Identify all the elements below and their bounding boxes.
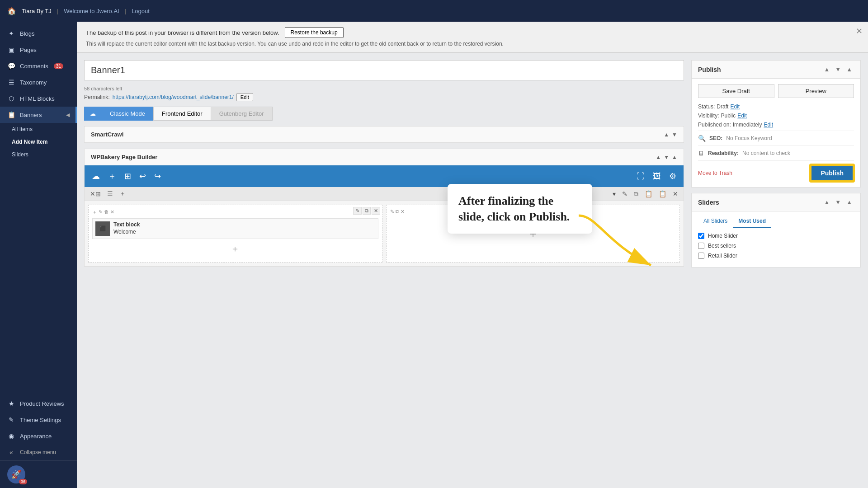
wpb-fullscreen-button[interactable]: ⛶ (635, 170, 646, 183)
status-row: Status: Draft Edit (698, 103, 854, 110)
publish-panel-header: Publish ▲ ▼ ▲ (692, 61, 860, 79)
published-label: Published on: (698, 122, 731, 128)
sidebar-item-comments[interactable]: 💬 Comments 31 (0, 58, 77, 74)
sidebar-item-pages[interactable]: ▣ Pages (0, 42, 77, 58)
product-reviews-icon: ★ (7, 400, 15, 407)
block-copy-button[interactable]: ⧉ (363, 207, 371, 215)
restore-backup-button[interactable]: Restore the backup (285, 27, 344, 38)
wpb-row-add-button[interactable]: ＋ (118, 189, 127, 199)
status-edit-link[interactable]: Edit (730, 103, 740, 110)
close-notice-button[interactable]: ✕ (856, 27, 863, 35)
wpbakery-up-button[interactable]: ▲ (656, 154, 661, 160)
visibility-edit-link[interactable]: Edit (737, 113, 747, 119)
slider-home-label: Home Slider (708, 233, 738, 239)
wpb-image-button[interactable]: 🖼 (651, 170, 663, 183)
wpb-undo-button[interactable]: ↩ (137, 169, 148, 183)
publish-up-button[interactable]: ▲ (822, 65, 831, 74)
sidebar-item-product-reviews[interactable]: ★ Product Reviews (0, 395, 77, 412)
sidebar-item-sliders[interactable]: Sliders (5, 148, 77, 161)
wpbakery-header: WPBakery Page Builder ▲ ▼ ▲ (85, 149, 684, 165)
sliders-up-button[interactable]: ▲ (822, 198, 831, 206)
wpb-settings-button[interactable]: ⚙ (667, 169, 678, 183)
preview-button[interactable]: Preview (778, 84, 854, 98)
wpb-row-edit-button[interactable]: ✎ (620, 189, 629, 198)
slider-best-sellers-label: Best sellers (708, 243, 736, 249)
wpb-row-copy-button[interactable]: ⧉ (632, 189, 640, 199)
wpb-row-select-button[interactable]: ▾ (611, 189, 618, 198)
sidebar-item-theme-settings[interactable]: ✎ Theme Settings (0, 412, 77, 428)
wpb-row-delete-button[interactable]: ✕ (671, 189, 680, 198)
taxonomy-icon: ☰ (7, 79, 15, 86)
post-title-input[interactable] (84, 60, 684, 80)
sidebar-item-blogs[interactable]: ✦ Blogs (0, 25, 77, 42)
sliders-panel-controls: ▲ ▼ ▲ (822, 198, 854, 206)
welcome-link[interactable]: Welcome to Jwero.AI (64, 8, 119, 14)
sliders-label: Sliders (12, 151, 28, 158)
wpb-redo-button[interactable]: ↪ (152, 169, 163, 183)
avatar[interactable]: 🚀 36 (7, 465, 25, 483)
permalink-url[interactable]: https://tiarabytj.com/blog/woodmart_slid… (113, 94, 234, 100)
sidebar-item-collapse[interactable]: « Collapse menu (0, 444, 77, 460)
wpbakery-down-button[interactable]: ▼ (664, 154, 669, 160)
sidebar-item-html-blocks[interactable]: ⬡ HTML Blocks (0, 90, 77, 107)
published-edit-link[interactable]: Edit (764, 122, 773, 128)
wpb-row-paste2-button[interactable]: 📋 (657, 189, 668, 198)
sidebar-item-add-new-item[interactable]: Add New Item (5, 136, 77, 148)
block-delete-button[interactable]: ✕ (372, 207, 380, 215)
wpb-layout-button[interactable]: ⊞ (123, 169, 133, 183)
publish-expand-button[interactable]: ▲ (844, 65, 854, 74)
sidebar-item-banners[interactable]: 📋 Banners ◀ (0, 107, 77, 123)
wpb-add-button[interactable]: ＋ (106, 169, 118, 183)
visibility-value: Public (721, 113, 736, 119)
frontend-editor-button[interactable]: Frontend Editor (153, 107, 211, 121)
sliders-tabs: All Sliders Most Used (692, 211, 860, 228)
block-edit-button[interactable]: ✎ (353, 207, 362, 215)
wpb-col1-add-button[interactable]: ＋ (231, 243, 240, 255)
block-title: Text block (113, 221, 140, 228)
sliders-expand-button[interactable]: ▲ (844, 198, 854, 206)
arrow-graphic (570, 206, 669, 288)
wpb-row-list-button[interactable]: ☰ (105, 189, 115, 198)
collapse-icon: « (7, 449, 15, 456)
sidebar: ✦ Blogs ▣ Pages 💬 Comments 31 ☰ Taxonomy… (0, 22, 77, 488)
wpbakery-label: WPBakery Page Builder (91, 154, 157, 160)
chars-left: 58 characters left (84, 86, 684, 91)
slider-home-checkbox[interactable] (698, 233, 704, 239)
slider-home[interactable]: Home Slider (698, 233, 854, 239)
html-blocks-icon: ⬡ (7, 95, 15, 102)
tab-all-sliders[interactable]: All Sliders (698, 215, 733, 228)
home-icon[interactable]: 🏠 (7, 7, 16, 15)
classic-mode-button[interactable]: Classic Mode (101, 107, 153, 121)
gutenberg-editor-button: Gutenberg Editor (211, 107, 273, 121)
visibility-label: Visibility: (698, 113, 719, 119)
wpb-row-paste-button[interactable]: 📋 (643, 189, 654, 198)
logout-link[interactable]: Logout (132, 8, 150, 14)
sliders-panel: Sliders ▲ ▼ ▲ All Sliders Most Used (691, 193, 861, 267)
cloud-icon-button[interactable]: ☁ (84, 107, 101, 121)
backup-notice-detail: This will replace the current editor con… (86, 41, 859, 47)
slider-best-sellers[interactable]: Best sellers (698, 243, 854, 249)
slider-retail[interactable]: Retail Slider (698, 253, 854, 259)
site-name: Tiara By TJ (22, 8, 52, 14)
tab-most-used[interactable]: Most Used (733, 215, 771, 228)
sidebar-item-appearance[interactable]: ◉ Appearance (0, 428, 77, 444)
wpb-row-move-button[interactable]: ✕⊞ (88, 189, 103, 198)
slider-best-sellers-checkbox[interactable] (698, 243, 704, 249)
wpbakery-expand-button[interactable]: ▲ (672, 154, 677, 160)
publish-button[interactable]: Publish (810, 164, 854, 182)
wpb-cloud-button[interactable]: ☁ (90, 169, 102, 183)
smartcrawl-up-button[interactable]: ▲ (664, 131, 669, 138)
save-draft-button[interactable]: Save Draft (698, 84, 774, 98)
wpbakery-toolbar: ☁ ＋ ⊞ ↩ ↪ ⛶ 🖼 ⚙ (85, 165, 684, 187)
move-to-trash-link[interactable]: Move to Trash (698, 170, 732, 176)
publish-down-button[interactable]: ▼ (833, 65, 843, 74)
sliders-down-button[interactable]: ▼ (833, 198, 843, 206)
sidebar-item-taxonomy[interactable]: ☰ Taxonomy (0, 74, 77, 90)
publish-panel-title: Publish (698, 66, 721, 73)
slider-retail-checkbox[interactable] (698, 253, 704, 259)
comments-badge: 31 (54, 63, 63, 69)
text-block-icon: ⬛ (95, 221, 110, 236)
smartcrawl-down-button[interactable]: ▼ (672, 131, 677, 138)
sidebar-item-all-items[interactable]: All Items (5, 123, 77, 136)
permalink-edit-button[interactable]: Edit (236, 93, 253, 101)
